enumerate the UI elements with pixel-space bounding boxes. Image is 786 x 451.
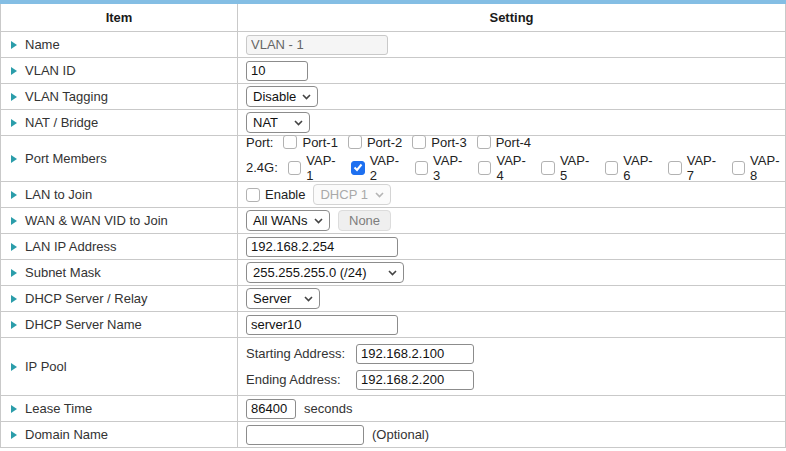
checkbox-label: Port-1 xyxy=(302,135,337,150)
nat-bridge-select[interactable]: NAT xyxy=(246,112,310,133)
checkbox-label: VAP-2 xyxy=(370,153,405,183)
row-label: DHCP Server Name xyxy=(25,317,142,332)
chevron-down-icon xyxy=(388,270,397,276)
none-button[interactable]: None xyxy=(338,210,391,231)
checkbox-label: Port-2 xyxy=(367,135,402,150)
checkbox-label: VAP-1 xyxy=(306,153,341,183)
table-row-wan-vid: WAN & WAN VID to Join All WANs None xyxy=(1,208,785,234)
bullet-arrow-icon xyxy=(11,431,17,439)
checkbox-vap-2[interactable]: VAP-2 xyxy=(351,153,404,183)
vlan-tagging-select[interactable]: Disable xyxy=(246,86,318,107)
lan-join-dhcp-select: DHCP 1 xyxy=(313,184,391,205)
checkbox-vap-3[interactable]: VAP-3 xyxy=(415,153,468,183)
checkbox-label: VAP-8 xyxy=(750,153,785,183)
ip-pool-start-input[interactable] xyxy=(356,344,474,364)
column-header-item: Item xyxy=(1,4,238,31)
row-label: VLAN Tagging xyxy=(25,89,108,104)
checkbox-label: VAP-7 xyxy=(687,153,722,183)
lan-ip-input[interactable] xyxy=(246,237,398,257)
port-prefix-label: Port: xyxy=(246,135,273,150)
table-row-name: Name xyxy=(1,32,785,58)
chevron-down-icon xyxy=(304,296,313,302)
checkbox-vap-6[interactable]: VAP-6 xyxy=(605,153,658,183)
chevron-down-icon xyxy=(314,218,323,224)
subnet-selected-value: 255.255.255.0 (/24) xyxy=(253,265,366,280)
row-label: Port Members xyxy=(25,151,107,166)
row-label: DHCP Server / Relay xyxy=(25,291,148,306)
table-row-nat-bridge: NAT / Bridge NAT xyxy=(1,110,785,136)
dhcp-server-name-input[interactable] xyxy=(246,315,398,335)
lan-join-enable-checkbox[interactable]: Enable xyxy=(246,187,305,202)
checkbox-box xyxy=(412,135,426,149)
nat-bridge-selected-value: NAT xyxy=(253,115,278,130)
checkbox-port-4[interactable]: Port-4 xyxy=(477,135,531,150)
row-label: WAN & WAN VID to Join xyxy=(25,213,168,228)
checkbox-label: Enable xyxy=(265,187,305,202)
column-header-setting: Setting xyxy=(238,4,785,31)
lease-time-input[interactable] xyxy=(246,399,296,419)
wan-select[interactable]: All WANs xyxy=(246,210,330,231)
subnet-mask-select[interactable]: 255.255.255.0 (/24) xyxy=(246,262,404,283)
dhcp-mode-select[interactable]: Server xyxy=(246,288,320,309)
domain-name-input[interactable] xyxy=(246,425,364,445)
vlan-id-input[interactable] xyxy=(246,61,308,81)
checkbox-vap-4[interactable]: VAP-4 xyxy=(478,153,531,183)
checkbox-box xyxy=(477,135,491,149)
table-row-lan-ip: LAN IP Address xyxy=(1,234,785,260)
checkbox-box xyxy=(283,135,297,149)
bullet-arrow-icon xyxy=(11,243,17,251)
wan-selected-value: All WANs xyxy=(253,213,307,228)
checkbox-box xyxy=(732,161,745,175)
table-header-row: Item Setting xyxy=(1,4,785,32)
bullet-arrow-icon xyxy=(11,405,17,413)
vlan-tagging-selected-value: Disable xyxy=(253,89,296,104)
checkbox-vap-7[interactable]: VAP-7 xyxy=(668,153,721,183)
checkbox-port-3[interactable]: Port-3 xyxy=(412,135,466,150)
checkbox-box xyxy=(348,135,362,149)
ending-address-label: Ending Address: xyxy=(246,372,346,387)
bullet-arrow-icon xyxy=(11,119,17,127)
checkmark-icon xyxy=(353,163,363,172)
checkbox-label: VAP-3 xyxy=(433,153,468,183)
table-row-dhcp-name: DHCP Server Name xyxy=(1,312,785,338)
checkbox-label: VAP-4 xyxy=(496,153,531,183)
checkbox-vap-8[interactable]: VAP-8 xyxy=(732,153,785,183)
bullet-arrow-icon xyxy=(11,41,17,49)
row-label: NAT / Bridge xyxy=(25,115,98,130)
bullet-arrow-icon xyxy=(11,363,17,371)
checkbox-box xyxy=(541,161,554,175)
table-row-port-members: Port Members Port: Port-1 Port-2 Port-3 xyxy=(1,136,785,182)
row-label: Subnet Mask xyxy=(25,265,101,280)
bullet-arrow-icon xyxy=(11,93,17,101)
checkbox-box xyxy=(415,161,428,175)
checkbox-box xyxy=(605,161,618,175)
checkbox-port-2[interactable]: Port-2 xyxy=(348,135,402,150)
chevron-down-icon xyxy=(294,120,303,126)
lease-time-unit-label: seconds xyxy=(304,401,352,416)
row-label: Name xyxy=(25,37,60,52)
bullet-arrow-icon xyxy=(11,217,17,225)
row-label: Lease Time xyxy=(25,401,92,416)
bullet-arrow-icon xyxy=(11,67,17,75)
checkbox-vap-1[interactable]: VAP-1 xyxy=(288,153,341,183)
checkbox-label: Port-4 xyxy=(496,135,531,150)
table-row-vlan-id: VLAN ID xyxy=(1,58,785,84)
table-row-dhcp-mode: DHCP Server / Relay Server xyxy=(1,286,785,312)
bullet-arrow-icon xyxy=(11,155,17,163)
dhcp-selected-value: DHCP 1 xyxy=(320,187,367,202)
row-label: LAN IP Address xyxy=(25,239,117,254)
ip-pool-end-input[interactable] xyxy=(356,370,474,390)
table-row-vlan-tagging: VLAN Tagging Disable xyxy=(1,84,785,110)
row-label: IP Pool xyxy=(25,359,67,374)
table-row-lan-to-join: LAN to Join Enable DHCP 1 xyxy=(1,182,785,208)
checkbox-box xyxy=(478,161,491,175)
dhcp-mode-selected-value: Server xyxy=(253,291,291,306)
starting-address-label: Starting Address: xyxy=(246,346,346,361)
bullet-arrow-icon xyxy=(11,191,17,199)
checkbox-port-1[interactable]: Port-1 xyxy=(283,135,337,150)
table-row-ip-pool: IP Pool Starting Address: Ending Address… xyxy=(1,338,785,396)
checkbox-vap-5[interactable]: VAP-5 xyxy=(541,153,594,183)
vlan-name-input[interactable] xyxy=(246,35,388,55)
chevron-down-icon xyxy=(302,94,311,100)
table-row-domain-name: Domain Name (Optional) xyxy=(1,422,785,448)
